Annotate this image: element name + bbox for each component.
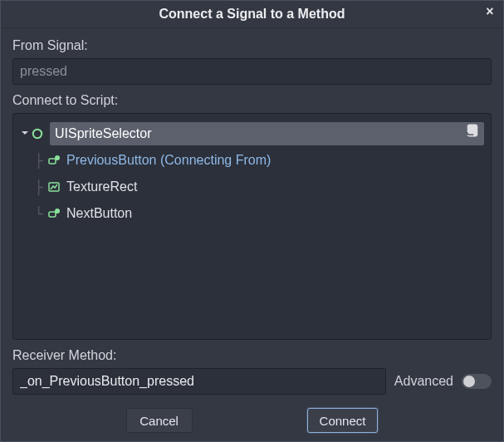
tree-branch-icon: ├ bbox=[35, 179, 45, 195]
receiver-method-input[interactable] bbox=[12, 368, 386, 395]
connect-to-script-label: Connect to Script: bbox=[12, 93, 492, 108]
from-signal-field: pressed bbox=[12, 58, 492, 85]
advanced-label: Advanced bbox=[394, 374, 453, 389]
dialog-title: Connect a Signal to a Method bbox=[159, 7, 345, 22]
tree-root-name: UISpriteSelector bbox=[50, 122, 484, 145]
close-icon: × bbox=[486, 4, 493, 18]
tree-item-label: NextButton bbox=[66, 206, 132, 221]
image-rect-icon bbox=[46, 179, 61, 194]
svg-rect-4 bbox=[49, 212, 56, 217]
cancel-button[interactable]: Cancel bbox=[126, 408, 193, 433]
titlebar: Connect a Signal to a Method × bbox=[1, 1, 503, 28]
svg-point-2 bbox=[55, 155, 60, 160]
tree-branch-icon: └ bbox=[35, 206, 45, 222]
connect-button[interactable]: Connect bbox=[307, 408, 379, 433]
receiver-method-label: Receiver Method: bbox=[12, 348, 492, 363]
receiver-row: Advanced bbox=[12, 368, 492, 395]
connect-signal-dialog: Connect a Signal to a Method × From Sign… bbox=[0, 0, 504, 442]
button-icon bbox=[46, 206, 61, 221]
script-icon[interactable] bbox=[464, 122, 481, 139]
tree-branch-icon: ├ bbox=[35, 153, 45, 169]
button-icon bbox=[46, 153, 61, 168]
tree-row[interactable]: ├ PreviousButton (Connecting From) bbox=[20, 147, 484, 174]
svg-point-5 bbox=[55, 209, 60, 214]
chevron-down-icon[interactable] bbox=[20, 128, 30, 140]
from-signal-label: From Signal: bbox=[12, 38, 492, 53]
close-button[interactable]: × bbox=[482, 4, 498, 21]
advanced-toggle[interactable] bbox=[462, 374, 492, 389]
svg-point-0 bbox=[33, 130, 42, 138]
node-ring-icon bbox=[30, 126, 45, 141]
svg-rect-1 bbox=[49, 159, 56, 164]
from-signal-value: pressed bbox=[20, 64, 67, 79]
tree-row[interactable]: ├ TextureRect bbox=[20, 174, 484, 200]
tree-item-label: PreviousButton (Connecting From) bbox=[66, 153, 271, 168]
dialog-button-row: Cancel Connect bbox=[1, 403, 503, 441]
tree-row[interactable]: └ NextButton bbox=[20, 200, 484, 227]
scene-tree[interactable]: UISpriteSelector ├ PreviousButton (Conne… bbox=[12, 113, 492, 340]
tree-row-root[interactable]: UISpriteSelector bbox=[20, 120, 484, 147]
dialog-body: From Signal: pressed Connect to Script: … bbox=[1, 28, 503, 403]
tree-item-label: TextureRect bbox=[66, 179, 137, 194]
